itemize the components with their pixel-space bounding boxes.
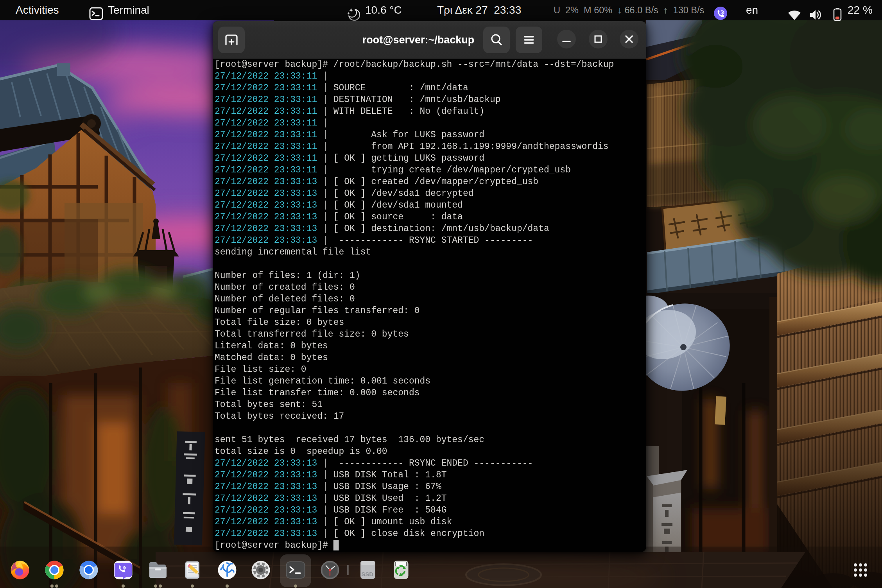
svg-text:SSD: SSD bbox=[361, 571, 373, 577]
